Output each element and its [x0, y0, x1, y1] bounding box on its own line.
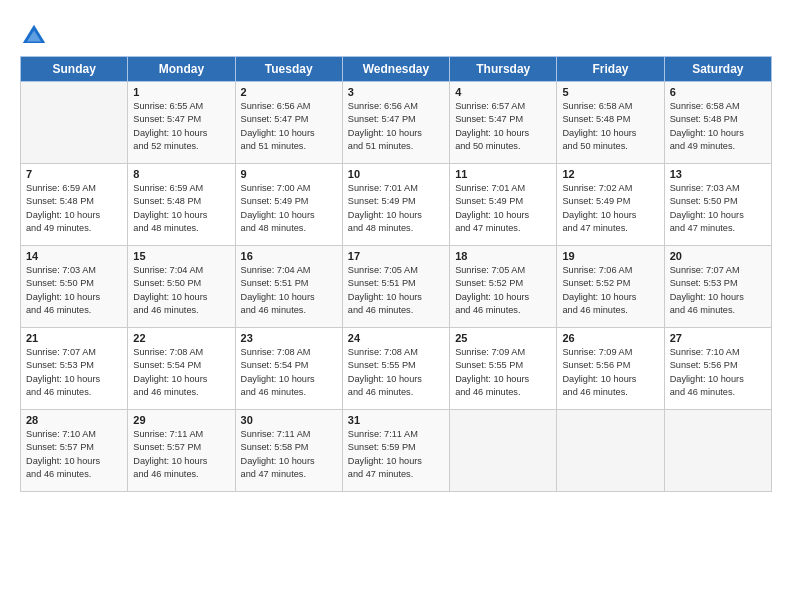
- weekday-header: Saturday: [664, 57, 771, 82]
- calendar-week-row: 21Sunrise: 7:07 AM Sunset: 5:53 PM Dayli…: [21, 328, 772, 410]
- calendar-cell: 12Sunrise: 7:02 AM Sunset: 5:49 PM Dayli…: [557, 164, 664, 246]
- weekday-header: Wednesday: [342, 57, 449, 82]
- calendar-cell: 9Sunrise: 7:00 AM Sunset: 5:49 PM Daylig…: [235, 164, 342, 246]
- calendar-cell: 5Sunrise: 6:58 AM Sunset: 5:48 PM Daylig…: [557, 82, 664, 164]
- calendar-cell: 20Sunrise: 7:07 AM Sunset: 5:53 PM Dayli…: [664, 246, 771, 328]
- logo-icon: [20, 22, 48, 50]
- day-info: Sunrise: 6:56 AM Sunset: 5:47 PM Dayligh…: [241, 100, 337, 153]
- day-info: Sunrise: 7:03 AM Sunset: 5:50 PM Dayligh…: [670, 182, 766, 235]
- calendar-cell: 3Sunrise: 6:56 AM Sunset: 5:47 PM Daylig…: [342, 82, 449, 164]
- day-number: 14: [26, 250, 122, 262]
- calendar-cell: 10Sunrise: 7:01 AM Sunset: 5:49 PM Dayli…: [342, 164, 449, 246]
- day-info: Sunrise: 7:10 AM Sunset: 5:57 PM Dayligh…: [26, 428, 122, 481]
- calendar-cell: 4Sunrise: 6:57 AM Sunset: 5:47 PM Daylig…: [450, 82, 557, 164]
- day-number: 5: [562, 86, 658, 98]
- day-info: Sunrise: 6:56 AM Sunset: 5:47 PM Dayligh…: [348, 100, 444, 153]
- day-info: Sunrise: 7:01 AM Sunset: 5:49 PM Dayligh…: [348, 182, 444, 235]
- calendar-cell: 17Sunrise: 7:05 AM Sunset: 5:51 PM Dayli…: [342, 246, 449, 328]
- calendar-week-row: 28Sunrise: 7:10 AM Sunset: 5:57 PM Dayli…: [21, 410, 772, 492]
- calendar-week-row: 7Sunrise: 6:59 AM Sunset: 5:48 PM Daylig…: [21, 164, 772, 246]
- day-number: 24: [348, 332, 444, 344]
- calendar-cell: 26Sunrise: 7:09 AM Sunset: 5:56 PM Dayli…: [557, 328, 664, 410]
- day-number: 23: [241, 332, 337, 344]
- day-info: Sunrise: 7:08 AM Sunset: 5:55 PM Dayligh…: [348, 346, 444, 399]
- day-info: Sunrise: 7:08 AM Sunset: 5:54 PM Dayligh…: [133, 346, 229, 399]
- calendar-cell: 15Sunrise: 7:04 AM Sunset: 5:50 PM Dayli…: [128, 246, 235, 328]
- day-number: 19: [562, 250, 658, 262]
- day-info: Sunrise: 7:02 AM Sunset: 5:49 PM Dayligh…: [562, 182, 658, 235]
- day-number: 22: [133, 332, 229, 344]
- header: [20, 18, 772, 50]
- day-info: Sunrise: 6:55 AM Sunset: 5:47 PM Dayligh…: [133, 100, 229, 153]
- calendar-cell: 18Sunrise: 7:05 AM Sunset: 5:52 PM Dayli…: [450, 246, 557, 328]
- day-number: 28: [26, 414, 122, 426]
- day-number: 27: [670, 332, 766, 344]
- calendar-table: SundayMondayTuesdayWednesdayThursdayFrid…: [20, 56, 772, 492]
- day-number: 25: [455, 332, 551, 344]
- day-number: 9: [241, 168, 337, 180]
- day-number: 31: [348, 414, 444, 426]
- day-number: 11: [455, 168, 551, 180]
- day-info: Sunrise: 7:08 AM Sunset: 5:54 PM Dayligh…: [241, 346, 337, 399]
- calendar-cell: 23Sunrise: 7:08 AM Sunset: 5:54 PM Dayli…: [235, 328, 342, 410]
- calendar-cell: [664, 410, 771, 492]
- calendar-cell: 7Sunrise: 6:59 AM Sunset: 5:48 PM Daylig…: [21, 164, 128, 246]
- day-info: Sunrise: 7:07 AM Sunset: 5:53 PM Dayligh…: [26, 346, 122, 399]
- day-number: 6: [670, 86, 766, 98]
- calendar-cell: 31Sunrise: 7:11 AM Sunset: 5:59 PM Dayli…: [342, 410, 449, 492]
- calendar-cell: 30Sunrise: 7:11 AM Sunset: 5:58 PM Dayli…: [235, 410, 342, 492]
- day-number: 12: [562, 168, 658, 180]
- day-info: Sunrise: 7:01 AM Sunset: 5:49 PM Dayligh…: [455, 182, 551, 235]
- day-number: 15: [133, 250, 229, 262]
- calendar-cell: 6Sunrise: 6:58 AM Sunset: 5:48 PM Daylig…: [664, 82, 771, 164]
- calendar-cell: 11Sunrise: 7:01 AM Sunset: 5:49 PM Dayli…: [450, 164, 557, 246]
- day-number: 1: [133, 86, 229, 98]
- day-number: 13: [670, 168, 766, 180]
- day-info: Sunrise: 6:58 AM Sunset: 5:48 PM Dayligh…: [562, 100, 658, 153]
- day-info: Sunrise: 7:04 AM Sunset: 5:50 PM Dayligh…: [133, 264, 229, 317]
- calendar-cell: 1Sunrise: 6:55 AM Sunset: 5:47 PM Daylig…: [128, 82, 235, 164]
- day-info: Sunrise: 7:04 AM Sunset: 5:51 PM Dayligh…: [241, 264, 337, 317]
- header-row: SundayMondayTuesdayWednesdayThursdayFrid…: [21, 57, 772, 82]
- weekday-header: Monday: [128, 57, 235, 82]
- day-info: Sunrise: 7:07 AM Sunset: 5:53 PM Dayligh…: [670, 264, 766, 317]
- day-number: 4: [455, 86, 551, 98]
- day-number: 26: [562, 332, 658, 344]
- calendar-cell: [557, 410, 664, 492]
- calendar-cell: [450, 410, 557, 492]
- day-number: 7: [26, 168, 122, 180]
- day-number: 2: [241, 86, 337, 98]
- day-info: Sunrise: 7:05 AM Sunset: 5:51 PM Dayligh…: [348, 264, 444, 317]
- calendar-cell: 14Sunrise: 7:03 AM Sunset: 5:50 PM Dayli…: [21, 246, 128, 328]
- day-info: Sunrise: 6:59 AM Sunset: 5:48 PM Dayligh…: [26, 182, 122, 235]
- day-number: 21: [26, 332, 122, 344]
- day-info: Sunrise: 6:58 AM Sunset: 5:48 PM Dayligh…: [670, 100, 766, 153]
- day-info: Sunrise: 7:05 AM Sunset: 5:52 PM Dayligh…: [455, 264, 551, 317]
- weekday-header: Sunday: [21, 57, 128, 82]
- calendar-cell: 8Sunrise: 6:59 AM Sunset: 5:48 PM Daylig…: [128, 164, 235, 246]
- day-info: Sunrise: 7:09 AM Sunset: 5:55 PM Dayligh…: [455, 346, 551, 399]
- day-number: 18: [455, 250, 551, 262]
- calendar-cell: 29Sunrise: 7:11 AM Sunset: 5:57 PM Dayli…: [128, 410, 235, 492]
- calendar-cell: 13Sunrise: 7:03 AM Sunset: 5:50 PM Dayli…: [664, 164, 771, 246]
- day-number: 3: [348, 86, 444, 98]
- day-info: Sunrise: 6:57 AM Sunset: 5:47 PM Dayligh…: [455, 100, 551, 153]
- day-info: Sunrise: 7:11 AM Sunset: 5:57 PM Dayligh…: [133, 428, 229, 481]
- page-container: SundayMondayTuesdayWednesdayThursdayFrid…: [0, 0, 792, 502]
- day-number: 17: [348, 250, 444, 262]
- day-info: Sunrise: 7:09 AM Sunset: 5:56 PM Dayligh…: [562, 346, 658, 399]
- day-number: 16: [241, 250, 337, 262]
- calendar-cell: 28Sunrise: 7:10 AM Sunset: 5:57 PM Dayli…: [21, 410, 128, 492]
- day-info: Sunrise: 6:59 AM Sunset: 5:48 PM Dayligh…: [133, 182, 229, 235]
- calendar-week-row: 1Sunrise: 6:55 AM Sunset: 5:47 PM Daylig…: [21, 82, 772, 164]
- day-number: 20: [670, 250, 766, 262]
- day-info: Sunrise: 7:11 AM Sunset: 5:58 PM Dayligh…: [241, 428, 337, 481]
- calendar-cell: 19Sunrise: 7:06 AM Sunset: 5:52 PM Dayli…: [557, 246, 664, 328]
- calendar-cell: 25Sunrise: 7:09 AM Sunset: 5:55 PM Dayli…: [450, 328, 557, 410]
- day-number: 29: [133, 414, 229, 426]
- weekday-header: Tuesday: [235, 57, 342, 82]
- calendar-cell: 27Sunrise: 7:10 AM Sunset: 5:56 PM Dayli…: [664, 328, 771, 410]
- weekday-header: Friday: [557, 57, 664, 82]
- calendar-cell: [21, 82, 128, 164]
- weekday-header: Thursday: [450, 57, 557, 82]
